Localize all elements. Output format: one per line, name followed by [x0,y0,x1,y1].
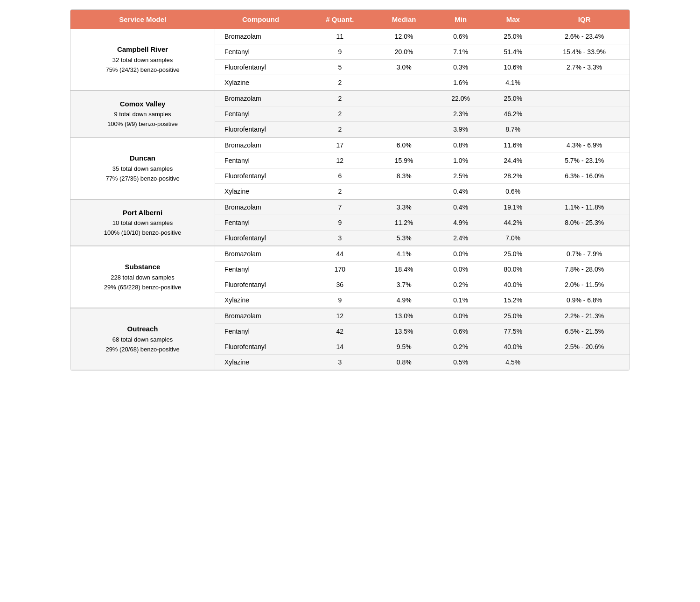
iqr-cell: 2.6% - 23.4% [539,29,630,44]
compound-cell: Fluorofentanyl [215,168,307,184]
min-cell: 7.1% [434,44,487,60]
min-cell: 0.4% [434,199,487,215]
median-cell: 3.7% [373,277,434,293]
iqr-cell: 2.7% - 3.3% [539,60,630,75]
service-detail-1: 32 total down samples [112,56,173,63]
max-cell: 25.0% [487,246,539,262]
quant-cell: 11 [306,29,373,44]
max-cell: 80.0% [487,262,539,277]
service-name: Comox Valley [120,100,166,108]
compound-cell: Bromazolam [215,199,307,215]
compound-cell: Fentanyl [215,106,307,122]
iqr-cell: 8.0% - 25.3% [539,215,630,231]
service-name: Campbell River [117,45,168,53]
service-detail-2: 77% (27/35) benzo-positive [105,175,179,182]
col-median: Median [373,10,434,29]
max-cell: 46.2% [487,106,539,122]
median-cell: 20.0% [373,44,434,60]
quant-cell: 3 [306,355,373,370]
min-cell: 1.0% [434,153,487,168]
max-cell: 11.6% [487,137,539,153]
max-cell: 19.1% [487,199,539,215]
iqr-cell [539,355,630,370]
quant-cell: 42 [306,324,373,339]
median-cell: 11.2% [373,215,434,231]
quant-cell: 2 [306,106,373,122]
min-cell: 0.1% [434,293,487,308]
table-row: Substance228 total down samples29% (65/2… [70,246,630,262]
compound-cell: Fentanyl [215,324,307,339]
iqr-cell: 5.7% - 23.1% [539,153,630,168]
service-detail-2: 29% (20/68) benzo-positive [105,346,179,353]
median-cell: 15.9% [373,153,434,168]
iqr-cell: 2.5% - 20.6% [539,339,630,355]
median-cell [373,91,434,106]
quant-cell: 36 [306,277,373,293]
iqr-cell: 0.9% - 6.8% [539,293,630,308]
max-cell: 10.6% [487,60,539,75]
median-cell: 5.3% [373,231,434,246]
iqr-cell: 0.7% - 7.9% [539,246,630,262]
col-compound: Compound [215,10,307,29]
max-cell: 51.4% [487,44,539,60]
iqr-cell: 1.1% - 11.8% [539,199,630,215]
compound-cell: Fluorofentanyl [215,231,307,246]
median-cell: 9.5% [373,339,434,355]
quant-cell: 7 [306,199,373,215]
min-cell: 22.0% [434,91,487,106]
iqr-cell [539,231,630,246]
median-cell [373,184,434,200]
compound-cell: Fentanyl [215,215,307,231]
compound-cell: Bromazolam [215,246,307,262]
iqr-cell: 15.4% - 33.9% [539,44,630,60]
median-cell: 8.3% [373,168,434,184]
service-model-cell: Port Alberni10 total down samples100% (1… [70,199,215,246]
service-name: Outreach [127,325,158,333]
min-cell: 0.2% [434,339,487,355]
table-row: Port Alberni10 total down samples100% (1… [70,199,630,215]
median-cell: 13.5% [373,324,434,339]
service-model-cell: Comox Valley9 total down samples100% (9/… [70,91,215,137]
min-cell: 0.4% [434,184,487,200]
quant-cell: 9 [306,215,373,231]
quant-cell: 9 [306,293,373,308]
service-detail-1: 9 total down samples [114,111,171,118]
col-iqr: IQR [539,10,630,29]
median-cell [373,106,434,122]
quant-cell: 2 [306,91,373,106]
service-detail-1: 10 total down samples [112,219,173,226]
median-cell: 4.1% [373,246,434,262]
compound-cell: Fluorofentanyl [215,277,307,293]
iqr-cell [539,75,630,91]
header-row: Service Model Compound # Quant. Median M… [70,10,630,29]
compound-cell: Fentanyl [215,44,307,60]
col-quant: # Quant. [306,10,373,29]
col-max: Max [487,10,539,29]
quant-cell: 44 [306,246,373,262]
median-cell: 12.0% [373,29,434,44]
compound-cell: Xylazine [215,355,307,370]
iqr-cell [539,184,630,200]
service-detail-2: 75% (24/32) benzo-positive [105,66,179,73]
quant-cell: 9 [306,44,373,60]
table-row: Comox Valley9 total down samples100% (9/… [70,91,630,106]
table-row: Campbell River32 total down samples75% (… [70,29,630,44]
service-detail-2: 29% (65/228) benzo-positive [104,284,182,291]
min-cell: 2.3% [434,106,487,122]
median-cell: 18.4% [373,262,434,277]
iqr-cell [539,106,630,122]
main-table-container: Service Model Compound # Quant. Median M… [70,9,630,371]
table-row: Duncan35 total down samples77% (27/35) b… [70,137,630,153]
compound-cell: Fentanyl [215,153,307,168]
max-cell: 40.0% [487,339,539,355]
min-cell: 3.9% [434,122,487,138]
compound-cell: Xylazine [215,184,307,200]
max-cell: 25.0% [487,29,539,44]
max-cell: 8.7% [487,122,539,138]
quant-cell: 17 [306,137,373,153]
quant-cell: 12 [306,308,373,324]
iqr-cell: 4.3% - 6.9% [539,137,630,153]
max-cell: 7.0% [487,231,539,246]
min-cell: 2.4% [434,231,487,246]
max-cell: 28.2% [487,168,539,184]
